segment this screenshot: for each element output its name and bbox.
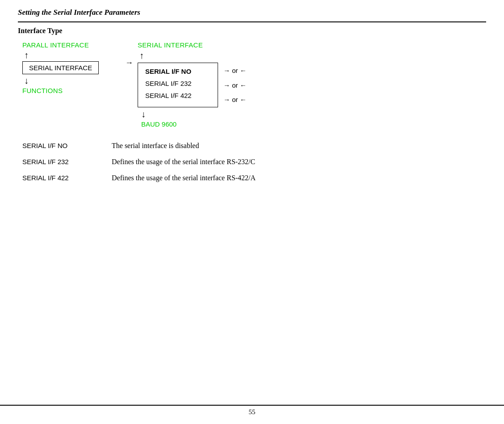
menu-item-1: SERIAL I/F 232 <box>145 79 210 88</box>
serial-interface-right-label: SERIAL INTERFACE <box>138 41 203 49</box>
menu-item-0: SERIAL I/F NO <box>145 67 210 76</box>
serial-interface-box: SERIAL INTERFACE <box>22 61 99 74</box>
def-term-0: SERIAL I/F NO <box>22 142 112 149</box>
def-row-0: SERIAL I/F NO The serial interface is di… <box>22 142 486 150</box>
top-divider <box>18 21 486 22</box>
page-title: Setting the Serial Interface Parameters <box>18 8 486 17</box>
section-heading: Interface Type <box>18 27 486 35</box>
def-term-2: SERIAL I/F 422 <box>22 174 112 182</box>
def-desc-1: Defines the usage of the serial interfac… <box>112 158 255 166</box>
menu-item-2: SERIAL I/F 422 <box>145 91 210 100</box>
diagram-area: PARALL INTERFACE ↑ SERIAL INTERFACE ↓ FU… <box>18 41 486 128</box>
left-arrow-down: ↓ <box>24 76 29 85</box>
left-arrow-up: ↑ <box>24 51 29 59</box>
right-arrow-up: ↑ <box>139 51 144 61</box>
or-arrow-0: → or ← <box>223 64 247 78</box>
def-desc-2: Defines the usage of the serial interfac… <box>112 174 256 182</box>
right-arrow-icon: → <box>125 58 133 68</box>
functions-label: FUNCTIONS <box>22 87 63 94</box>
menu-box: SERIAL I/F NO SERIAL I/F 232 SERIAL I/F … <box>138 63 218 107</box>
or-arrow-1: → or ← <box>223 78 247 93</box>
baud-arrow-down: ↓ <box>141 109 176 119</box>
or-arrows-column: → or ← → or ← → or ← <box>223 63 247 107</box>
right-column: SERIAL INTERFACE ↑ SERIAL I/F NO SERIAL … <box>138 41 247 128</box>
page-container: Setting the Serial Interface Parameters … <box>0 0 504 208</box>
arrow-right-connector: → <box>125 41 133 68</box>
baud-section: ↓ BAUD 9600 <box>139 107 176 128</box>
def-row-2: SERIAL I/F 422 Defines the usage of the … <box>22 174 486 182</box>
def-row-1: SERIAL I/F 232 Defines the usage of the … <box>22 158 486 166</box>
def-term-1: SERIAL I/F 232 <box>22 158 112 165</box>
baud-label: BAUD 9600 <box>141 120 176 128</box>
or-arrow-2: → or ← <box>223 93 247 107</box>
parall-interface-label: PARALL INTERFACE <box>22 41 89 49</box>
page-footer: 55 <box>0 405 504 416</box>
left-column: PARALL INTERFACE ↑ SERIAL INTERFACE ↓ FU… <box>22 41 121 94</box>
def-desc-0: The serial interface is disabled <box>112 142 199 150</box>
page-number: 55 <box>249 408 256 416</box>
definitions-table: SERIAL I/F NO The serial interface is di… <box>22 142 486 182</box>
